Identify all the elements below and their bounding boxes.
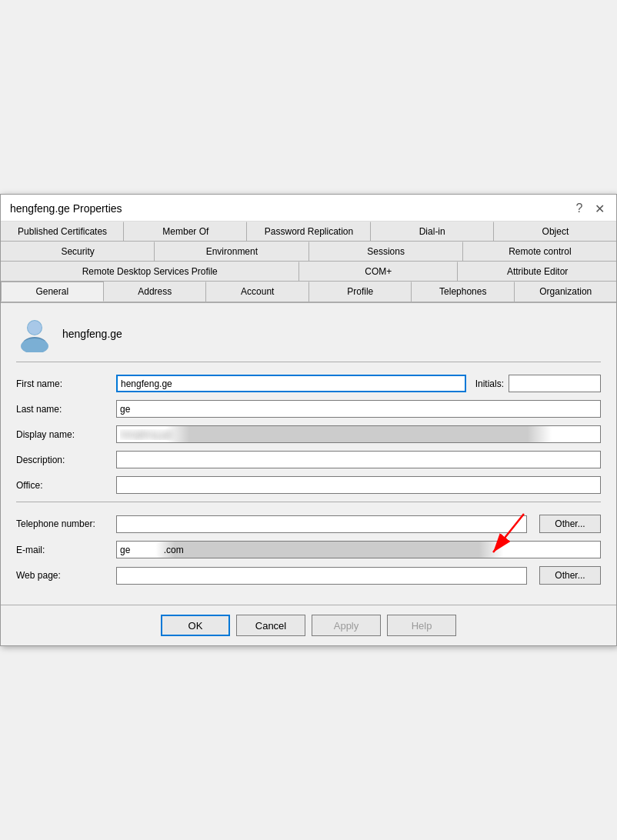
webpage-other-button[interactable]: Other... [539,566,601,585]
last-name-row: Last name: [16,400,601,418]
tab-profile[interactable]: Profile [309,282,412,302]
tab-row-3: Remote Desktop Services Profile COM+ Att… [1,262,616,282]
email-input[interactable] [116,541,601,558]
window-title: hengfeng.ge Properties [10,202,122,215]
first-name-label: First name: [16,378,116,389]
tab-remote-control[interactable]: Remote control [463,242,616,261]
telephone-input[interactable] [116,515,527,533]
tab-telephones[interactable]: Telephones [412,282,515,302]
webpage-row: Web page: Other... [16,566,601,585]
description-row: Description: [16,451,601,468]
tab-row-2: Security Environment Sessions Remote con… [1,242,616,262]
tab-member-of[interactable]: Member Of [124,222,247,241]
separator-2 [16,502,601,502]
tab-attribute-editor[interactable]: Attribute Editor [458,262,616,281]
user-avatar-icon [16,315,53,352]
initials-input[interactable] [509,375,601,392]
webpage-input[interactable] [116,567,527,585]
tab-sessions[interactable]: Sessions [309,242,463,261]
description-input[interactable] [116,451,601,468]
office-input[interactable] [116,476,601,494]
tabs-container: Published Certificates Member Of Passwor… [1,222,616,303]
tab-row-1: Published Certificates Member Of Passwor… [1,222,616,242]
tab-address[interactable]: Address [104,282,207,302]
close-title-button[interactable]: ✕ [592,201,607,216]
description-label: Description: [16,455,116,465]
tab-com-plus[interactable]: COM+ [299,262,459,281]
tab-password-replication[interactable]: Password Replication [247,222,370,241]
ok-button[interactable]: OK [161,615,230,636]
svg-point-2 [28,321,42,335]
telephone-row: Telephone number: Other... [16,515,601,533]
apply-button[interactable]: Apply [312,615,381,636]
email-row: E-mail: [16,541,601,558]
bottom-button-bar: OK Cancel Apply Help [1,605,616,645]
user-header: hengfeng.ge [16,315,601,352]
help-title-button[interactable]: ? [572,201,587,216]
office-row: Office: [16,476,601,494]
tab-account[interactable]: Account [206,282,309,302]
properties-dialog: hengfeng.ge Properties ? ✕ Published Cer… [0,194,617,646]
tab-remote-desktop[interactable]: Remote Desktop Services Profile [1,262,299,281]
last-name-label: Last name: [16,404,116,415]
webpage-label: Web page: [16,570,116,581]
email-label: E-mail: [16,545,116,555]
tab-row-4: General Address Account Profile Telephon… [1,282,616,302]
display-name-row: Display name: [16,425,601,443]
initials-label: Initials: [475,378,504,389]
separator-1 [16,362,601,362]
user-display-name: hengfeng.ge [62,328,122,340]
help-button[interactable]: Help [387,615,456,636]
telephone-other-button[interactable]: Other... [539,515,601,533]
cancel-button[interactable]: Cancel [236,615,305,636]
tab-content: hengfeng.ge First name: Initials: Last n… [1,303,616,605]
tab-environment[interactable]: Environment [155,242,308,261]
telephone-label: Telephone number: [16,518,116,529]
first-name-row: First name: Initials: [16,375,601,392]
last-name-input[interactable] [116,400,601,418]
title-bar: hengfeng.ge Properties ? ✕ [1,195,616,222]
tab-published-certificates[interactable]: Published Certificates [1,222,124,241]
display-name-label: Display name: [16,429,116,440]
first-name-input[interactable] [116,375,466,392]
tab-security[interactable]: Security [1,242,155,261]
tab-object[interactable]: Object [494,222,616,241]
display-name-input[interactable] [116,425,601,443]
office-label: Office: [16,480,116,491]
tab-dial-in[interactable]: Dial-in [371,222,494,241]
tab-organization[interactable]: Organization [515,282,617,302]
tab-general[interactable]: General [1,282,104,302]
title-bar-buttons: ? ✕ [572,201,607,216]
